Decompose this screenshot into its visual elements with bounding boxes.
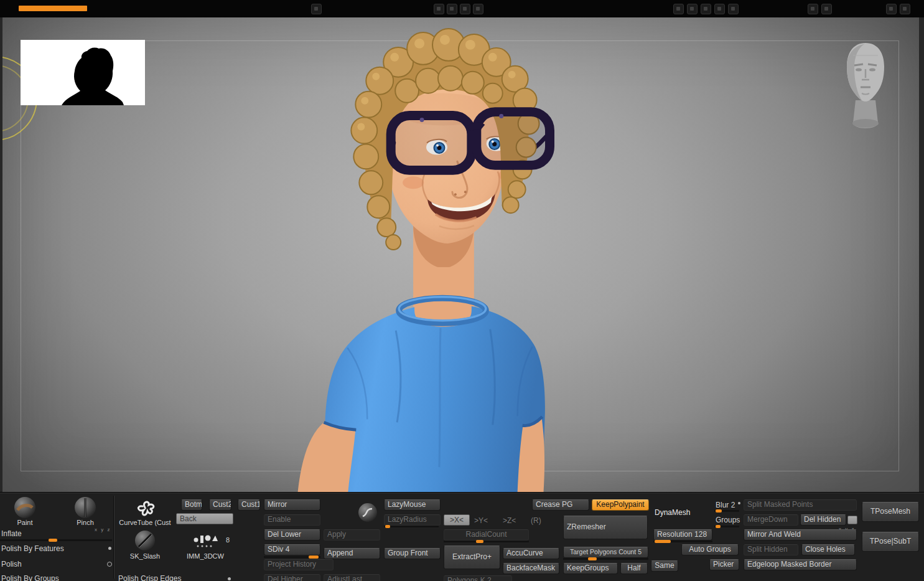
- brush-label: Pinch: [67, 519, 104, 526]
- viewport[interactable]: [2, 17, 919, 492]
- extractpro-button[interactable]: ExtractPro+: [444, 546, 500, 569]
- half-button[interactable]: Half: [620, 563, 648, 574]
- group-front-button[interactable]: Group Front: [384, 548, 441, 559]
- groups-slider-track[interactable]: [714, 526, 739, 527]
- del-lower-button[interactable]: Del Lower: [264, 529, 320, 541]
- lazyradius-slider: LazyRadius: [384, 514, 441, 526]
- polish-by-groups-button[interactable]: Polish By Groups: [1, 574, 59, 581]
- polish-by-features-button[interactable]: Polish By Features: [1, 544, 64, 553]
- cust1-button[interactable]: Cust1: [238, 499, 260, 511]
- target-polygons-slider-track[interactable]: [563, 558, 648, 560]
- mini-field[interactable]: [847, 516, 857, 524]
- close-holes-button[interactable]: Close Holes: [801, 544, 855, 555]
- blur-slider-track[interactable]: [714, 510, 739, 512]
- auto-groups-button[interactable]: Auto Groups: [681, 544, 739, 555]
- mod-dot: [738, 502, 740, 504]
- imm-count-badge: 8: [226, 536, 230, 544]
- lazyradius-slider-handle: [385, 525, 390, 528]
- curvetube-brush-icon[interactable]: [131, 498, 159, 517]
- symmetry-z-button[interactable]: >Z<: [503, 516, 516, 525]
- radialcount-slider: RadialCount: [444, 529, 529, 541]
- resolution-slider-handle[interactable]: [655, 540, 671, 543]
- brush-label: IMM_3DCW: [182, 552, 229, 560]
- mirror-and-weld-button[interactable]: Mirror And Weld: [744, 529, 857, 541]
- resolution-slider[interactable]: Resolution 128: [653, 529, 712, 541]
- sdiv-slider[interactable]: SDiv 4: [264, 544, 320, 555]
- titlebar-icon[interactable]: [460, 4, 470, 14]
- inflate-slider-handle[interactable]: [49, 539, 57, 542]
- mirror-button[interactable]: Mirror: [264, 499, 320, 511]
- symmetry-y-button[interactable]: >Y<: [474, 516, 488, 525]
- titlebar-icon[interactable]: [900, 4, 910, 14]
- tposemesh-button[interactable]: TPoseMesh: [862, 502, 919, 522]
- character-model: [274, 19, 597, 492]
- split-hidden-button: Split Hidden: [744, 544, 798, 555]
- paint-brush-icon[interactable]: [14, 496, 36, 519]
- titlebar-icon[interactable]: [714, 4, 725, 14]
- target-polygons-slider-handle[interactable]: [588, 557, 597, 560]
- same-button[interactable]: Same: [651, 560, 678, 572]
- groups-slider-handle[interactable]: [716, 525, 721, 528]
- target-polygons-slider[interactable]: Target Polygons Count 5: [563, 547, 648, 558]
- polish-button[interactable]: Polish: [1, 560, 22, 569]
- head-silhouette-icon: [21, 40, 145, 105]
- lazymouse-button[interactable]: LazyMouse: [384, 499, 441, 511]
- titlebar-icon[interactable]: [886, 4, 897, 14]
- sdiv-slider-handle[interactable]: [309, 555, 319, 559]
- split-masked-points-button: Split Masked Points: [744, 499, 857, 511]
- zremesher-button[interactable]: ZRemesher: [563, 516, 648, 539]
- crease-pg-button[interactable]: Crease PG: [532, 499, 589, 511]
- sdiv-slider-track[interactable]: [264, 556, 320, 558]
- append-button[interactable]: Append: [324, 548, 380, 559]
- edgeloop-masked-border-button[interactable]: Edgeloop Masked Border: [744, 559, 857, 570]
- titlebar: [0, 0, 924, 17]
- back-field[interactable]: Back: [176, 513, 233, 524]
- titlebar-icon[interactable]: [447, 4, 457, 14]
- titlebar-icon[interactable]: [311, 4, 322, 14]
- titlebar-icon[interactable]: [701, 4, 711, 14]
- cust2-button[interactable]: Cust2: [209, 499, 231, 511]
- inflate-slider[interactable]: Inflate: [1, 529, 22, 538]
- resolution-slider-track[interactable]: [653, 541, 712, 542]
- polish-crisp-edges-button[interactable]: Polish Crisp Edges: [118, 574, 181, 581]
- tpose-subt-button[interactable]: TPose|SubT: [862, 532, 919, 552]
- titlebar-icon[interactable]: [728, 4, 739, 14]
- zbrush-app: { "brushes": { "paint": "Paint", "pinch"…: [0, 0, 924, 581]
- reference-head-thumbnail[interactable]: [839, 40, 892, 129]
- brush-label: Paint: [6, 519, 44, 526]
- mod-dot-open[interactable]: [107, 562, 112, 567]
- sk-slash-brush-icon[interactable]: [134, 530, 156, 551]
- imm-3dcw-brush-icon[interactable]: [192, 532, 219, 550]
- titlebar-icon[interactable]: [434, 4, 444, 14]
- polymesh-head-icon: [839, 40, 892, 129]
- pinch-brush-icon[interactable]: [74, 496, 96, 519]
- titlebar-icon[interactable]: [808, 4, 818, 14]
- mergedown-button: MergeDown: [744, 514, 798, 526]
- mod-dot[interactable]: [108, 547, 111, 550]
- stroke-curve-icon[interactable]: [358, 503, 378, 522]
- mod-dot[interactable]: [228, 577, 231, 580]
- blur-slider[interactable]: Blur 2: [716, 501, 735, 509]
- symmetry-x-button[interactable]: >X<: [444, 514, 470, 526]
- groups-slider[interactable]: Groups: [716, 516, 740, 524]
- titlebar-icon[interactable]: [473, 4, 483, 14]
- botm-button[interactable]: Botm: [181, 499, 202, 511]
- del-hidden-button[interactable]: Del Hidden: [800, 514, 846, 526]
- polygons-counter: Polygons K 2: [444, 575, 512, 581]
- keepgroups-button[interactable]: KeepGroups: [563, 563, 618, 574]
- titlebar-icon[interactable]: [821, 4, 832, 14]
- picker-button[interactable]: Picker: [709, 559, 739, 570]
- titlebar-icon[interactable]: [673, 4, 684, 14]
- accucurve-button[interactable]: AccuCurve: [503, 548, 559, 559]
- backfacemask-button[interactable]: BackfaceMask: [503, 563, 559, 574]
- adjust-last-button: AdjustLast: [324, 574, 380, 581]
- inflate-slider-track[interactable]: [0, 539, 112, 541]
- dynamesh-button[interactable]: DynaMesh: [655, 508, 690, 517]
- keep-polypaint-button[interactable]: KeepPolypaint: [592, 499, 649, 511]
- symmetry-r-button[interactable]: (R): [531, 516, 541, 525]
- titlebar-icon[interactable]: [687, 4, 698, 14]
- alpha-thumbnail[interactable]: [21, 40, 145, 105]
- del-higher-button: Del Higher: [264, 574, 320, 581]
- blur-slider-handle[interactable]: [716, 509, 722, 513]
- radialcount-slider-handle: [476, 540, 483, 543]
